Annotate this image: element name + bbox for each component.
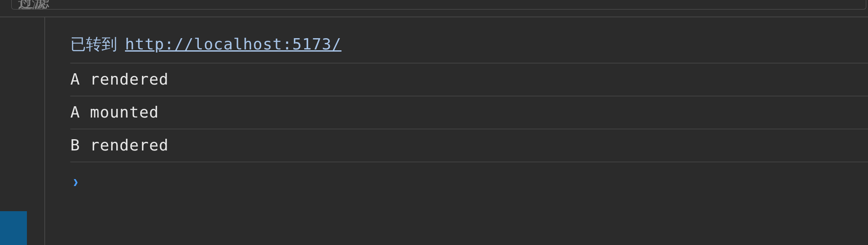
log-entry: B rendered [70, 129, 868, 162]
console-area: 已转到 http://localhost:5173/ A rendered A … [0, 16, 868, 245]
log-entry: A mounted [70, 96, 868, 129]
navigation-link[interactable]: http://localhost:5173/ [125, 35, 342, 53]
console-prompt[interactable]: › [70, 162, 868, 191]
gutter-active-highlight [0, 211, 27, 245]
navigation-prefix: 已转到 [70, 34, 117, 55]
console-output: 已转到 http://localhost:5173/ A rendered A … [44, 17, 868, 245]
filter-input[interactable] [11, 0, 866, 10]
log-entry: A rendered [70, 63, 868, 96]
chevron-right-icon: › [71, 173, 80, 193]
filter-bar: 过滤 [0, 0, 868, 16]
log-text: B rendered [70, 136, 169, 154]
log-text: A mounted [70, 103, 159, 121]
navigation-log: 已转到 http://localhost:5173/ [70, 33, 868, 63]
log-text: A rendered [70, 70, 169, 88]
console-gutter [0, 17, 44, 245]
filter-placeholder-text: 过滤 [18, 0, 49, 13]
